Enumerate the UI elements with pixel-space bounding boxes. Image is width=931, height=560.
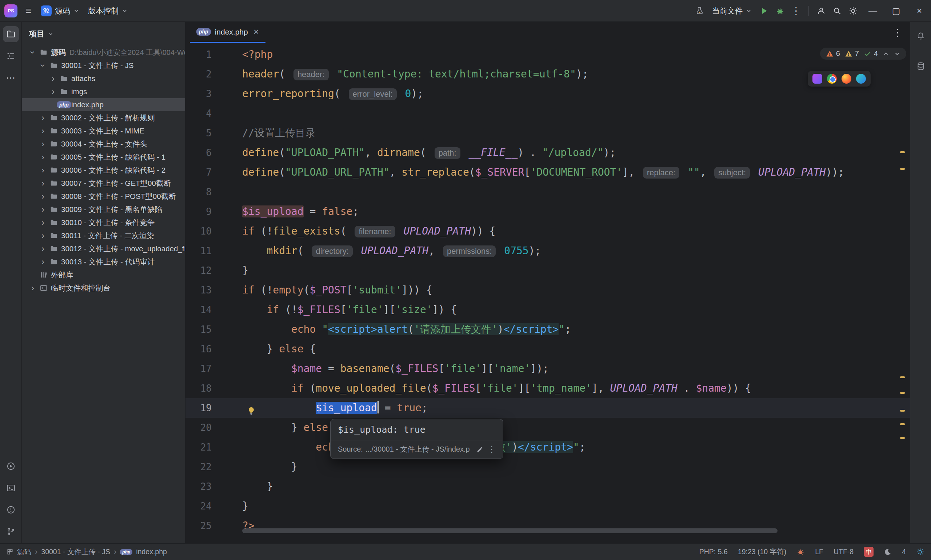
horizontal-scrollbar[interactable] [242,528,777,533]
status-gear-icon[interactable] [916,548,925,556]
search-everywhere-icon[interactable] [829,3,845,19]
tree-item[interactable]: ›phpindex.php [22,98,185,111]
caret-position-widget[interactable]: 19:23 (10 字符) [738,547,786,557]
code-line[interactable]: 9$is_upload = false; [185,202,910,222]
project-panel-header[interactable]: 项目 [22,22,185,46]
tree-item[interactable]: ›30012 - 文件上传 - move_uploaded_file [22,242,185,255]
indent-widget[interactable]: 4 [902,548,906,556]
notifications-bell-icon[interactable] [913,28,929,44]
chevron-expanded-icon[interactable]: › [28,47,37,57]
tree-item[interactable]: ›30007 - 文件上传 - GET型00截断 [22,177,185,190]
line-number[interactable]: 21 [185,437,242,457]
chevron-collapsed-icon[interactable]: › [38,192,48,201]
code-line[interactable]: 5//设置上传目录 [185,123,910,143]
chevron-collapsed-icon[interactable]: › [38,166,48,175]
problems-tool-icon[interactable] [3,502,19,518]
line-number[interactable]: 8 [185,182,242,202]
code-line[interactable]: 17 $name = basename($_FILES['file']['nam… [185,359,910,378]
debug-value-popup[interactable]: $is_upload: true Source: .../30001 - 文件上… [330,419,503,459]
encoding-widget[interactable]: UTF-8 [834,548,854,556]
code-line[interactable]: 1<?php [185,45,910,65]
code-line[interactable]: 20 } else { [185,418,910,437]
code-line[interactable]: 19 $is_upload = true; [185,398,910,418]
line-number[interactable]: 19 [185,398,242,418]
line-number[interactable]: 6 [185,143,242,163]
tree-item[interactable]: ›30002 - 文件上传 - 解析规则 [22,111,185,125]
edge-icon[interactable] [856,74,866,84]
project-tool-icon[interactable] [3,26,19,42]
warning-stripe-mark[interactable] [900,376,905,378]
line-number[interactable]: 7 [185,163,242,182]
code-line[interactable]: 10if (!file_exists( filename: UPLOAD_PAT… [185,222,910,241]
tree-item[interactable]: ›30008 - 文件上传 - POST型00截断 [22,190,185,203]
chevron-collapsed-icon[interactable]: › [38,179,48,188]
line-number[interactable]: 2 [185,65,242,84]
inspections-widget[interactable]: 6 7 4 [820,48,906,60]
code-line[interactable]: 21 echo "<script>alert('文件上传失败')</script… [185,437,910,457]
warning-stripe-mark[interactable] [900,423,905,425]
chevron-collapsed-icon[interactable]: › [38,231,48,240]
breadcrumb-item[interactable]: index.php [136,548,167,556]
line-number[interactable]: 10 [185,222,242,241]
breadcrumb-item[interactable]: 30001 - 文件上传 - JS [41,547,110,557]
code-line[interactable]: 11 mkdir( directory: UPLOAD_PATH, permis… [185,241,910,261]
close-button[interactable]: × [908,0,931,22]
line-number[interactable]: 13 [185,280,242,300]
line-number[interactable]: 20 [185,418,242,437]
code-line[interactable]: 16 } else { [185,339,910,359]
tree-item[interactable]: ›30001 - 文件上传 - JS [22,59,185,72]
chevron-collapsed-icon[interactable]: › [48,74,58,83]
code-editor[interactable]: 1<?php2header( header: "Content-type: te… [185,43,910,543]
chevron-collapsed-icon[interactable]: › [38,218,48,227]
chrome-icon[interactable] [827,74,837,84]
tree-item[interactable]: ›临时文件和控制台 [22,282,185,295]
chevron-collapsed-icon[interactable]: › [38,257,48,266]
more-actions-icon[interactable]: ⋮ [788,3,804,19]
tree-item[interactable]: ›30009 - 文件上传 - 黑名单缺陷 [22,203,185,216]
structure-tool-icon[interactable] [3,48,19,64]
chevron-collapsed-icon[interactable]: › [38,114,48,122]
line-number[interactable]: 4 [185,104,242,123]
main-menu-icon[interactable]: ≡ [20,3,36,19]
line-number[interactable]: 11 [185,241,242,261]
chevron-expanded-icon[interactable]: › [38,60,47,71]
chevron-collapsed-icon[interactable]: › [48,87,58,96]
line-number[interactable]: 1 [185,45,242,65]
code-line[interactable]: 7define("UPLOAD_URL_PATH", str_replace($… [185,163,910,182]
chevron-collapsed-icon[interactable]: › [28,284,38,292]
edit-pencil-icon[interactable] [476,446,484,453]
code-line[interactable]: 14 if (!$_FILES['file']['size']) { [185,300,910,320]
dark-theme-moon-icon[interactable] [884,548,892,556]
database-tool-icon[interactable] [913,58,929,74]
chevron-collapsed-icon[interactable]: › [38,245,48,253]
popup-source-path[interactable]: .../30001 - 文件上传 - JS/index.p [365,445,474,454]
status-plugin-icon[interactable] [796,548,805,556]
code-line[interactable]: 22 } [185,457,910,477]
settings-gear-icon[interactable] [845,3,861,19]
code-line[interactable]: 13if (!empty($_POST['submit'])) { [185,280,910,300]
code-line[interactable]: 3error_reporting( error_level: 0); [185,84,910,104]
php-version-widget[interactable]: PHP: 5.6 [699,548,728,556]
tree-item[interactable]: ›imgs [22,85,185,98]
maximize-button[interactable]: ▢ [885,0,908,22]
line-separator-widget[interactable]: LF [815,548,823,556]
tree-item[interactable]: ›30011 - 文件上传 - 二次渲染 [22,229,185,242]
line-number[interactable]: 25 [185,516,242,535]
tab-options-icon[interactable]: ⋮ [893,26,903,38]
project-widget[interactable]: 源 源码 [36,3,84,19]
tree-item[interactable]: ›30003 - 文件上传 - MIME [22,125,185,137]
chevron-collapsed-icon[interactable]: › [38,153,48,162]
profiler-icon[interactable] [692,3,708,19]
prev-problem-icon[interactable] [883,51,889,57]
line-number[interactable]: 12 [185,261,242,280]
terminal-tool-icon[interactable] [3,480,19,496]
tree-item[interactable]: ›30013 - 文件上传 - 代码审计 [22,255,185,268]
line-number[interactable]: 17 [185,359,242,378]
code-line[interactable]: 8 [185,182,910,202]
minimize-button[interactable]: — [861,0,885,22]
breadcrumb-item[interactable]: 源码 [17,547,31,557]
line-number[interactable]: 5 [185,123,242,143]
chevron-collapsed-icon[interactable]: › [38,205,48,214]
popup-more-icon[interactable]: ⋮ [486,445,497,454]
next-problem-icon[interactable] [894,51,900,57]
